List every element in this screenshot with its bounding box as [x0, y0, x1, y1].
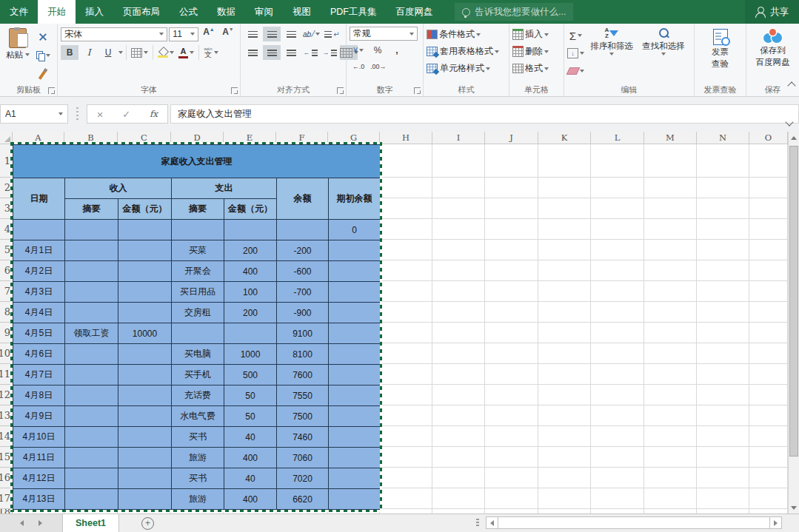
cell-E10[interactable]: 1000 [224, 344, 277, 365]
row-header-2[interactable]: 2 [0, 178, 13, 198]
insert-function-button[interactable]: fx [150, 109, 158, 119]
header-income-summary[interactable]: 摘要 [65, 199, 118, 220]
cell-D7[interactable]: 买日用品 [172, 282, 224, 303]
cell-G13[interactable] [329, 406, 381, 427]
horizontal-scrollbar[interactable] [486, 516, 782, 529]
header-initial-balance[interactable]: 期初余额 [329, 178, 381, 220]
cell-D11[interactable]: 买手机 [172, 365, 224, 385]
column-header-D[interactable]: D [171, 132, 224, 144]
formula-input[interactable]: 家庭收入支出管理 [170, 104, 799, 124]
next-sheet-button[interactable] [39, 520, 42, 526]
formula-bar-splitter[interactable] [76, 107, 78, 121]
ribbon-tab-插入[interactable]: 插入 [76, 0, 113, 24]
row-header-10[interactable]: 10 [0, 343, 13, 364]
cell-C7[interactable] [118, 282, 172, 303]
cell-F9[interactable]: 9100 [277, 323, 329, 344]
grow-font-button[interactable]: A▲ [200, 27, 218, 41]
cell-A10[interactable]: 4月6日 [13, 344, 65, 365]
column-header-A[interactable]: A [13, 132, 64, 144]
name-box[interactable]: A1 [0, 104, 68, 124]
align-bottom-button[interactable] [282, 27, 300, 41]
share-button[interactable]: 共享 [745, 0, 799, 24]
ribbon-tab-审阅[interactable]: 审阅 [245, 0, 283, 24]
cell-G16[interactable] [329, 468, 381, 489]
phonetic-guide-button[interactable]: wén文 [202, 45, 220, 60]
row-header-8[interactable]: 8 [0, 302, 13, 323]
sort-filter-button[interactable]: AZ 排序和筛选 [586, 26, 638, 78]
tell-me-box[interactable]: 告诉我您想要做什么... [455, 3, 574, 21]
cell-E8[interactable]: 200 [224, 303, 277, 323]
cell-F17[interactable]: 6620 [277, 489, 329, 510]
cell-E13[interactable]: 50 [224, 406, 277, 427]
cell-G12[interactable] [329, 385, 381, 406]
cell-C5[interactable] [118, 240, 172, 261]
underline-dropdown[interactable] [118, 51, 123, 54]
cell-G11[interactable] [329, 365, 381, 385]
cell-E17[interactable]: 400 [224, 489, 277, 510]
font-name-combo[interactable]: 宋体 [61, 27, 167, 41]
row-header-16[interactable]: 16 [0, 468, 13, 488]
cell-B15[interactable] [65, 448, 118, 468]
clear-button[interactable] [566, 64, 586, 78]
cell-D14[interactable]: 买书 [172, 427, 224, 448]
cell-B10[interactable] [65, 344, 118, 365]
cell-F16[interactable]: 7020 [277, 468, 329, 489]
cell-B6[interactable] [65, 261, 118, 282]
header-expense-amount[interactable]: 金额（元） [224, 199, 277, 220]
cell-A9[interactable]: 4月5日 [13, 323, 65, 344]
cell-A11[interactable]: 4月7日 [13, 365, 65, 385]
cell-E14[interactable]: 40 [224, 427, 277, 448]
ribbon-tab-公式[interactable]: 公式 [170, 0, 207, 24]
cell-F12[interactable]: 7550 [277, 385, 329, 406]
cell-G17[interactable] [329, 489, 381, 510]
cell-A5[interactable]: 4月1日 [13, 240, 65, 261]
insert-cells-button[interactable]: 插入 [525, 28, 543, 41]
cell-D8[interactable]: 交房租 [172, 303, 224, 323]
cell-E9[interactable] [224, 323, 277, 344]
header-expense-summary[interactable]: 摘要 [172, 199, 224, 220]
bold-button[interactable]: B [61, 45, 78, 60]
cell-B16[interactable] [65, 468, 118, 489]
column-header-C[interactable]: C [118, 132, 171, 144]
column-header-J[interactable]: J [485, 132, 538, 144]
cell-G7[interactable] [329, 282, 381, 303]
number-format-combo[interactable]: 常规 [350, 27, 418, 41]
cell-G4[interactable]: 0 [329, 220, 381, 240]
cell-F14[interactable]: 7460 [277, 427, 329, 448]
cell-F7[interactable]: -700 [277, 282, 329, 303]
row-header-11[interactable]: 11 [0, 364, 13, 385]
ribbon-tab-PDF工具集[interactable]: PDF工具集 [321, 0, 387, 24]
header-balance[interactable]: 余额 [277, 178, 329, 220]
sheet-cells[interactable]: 家庭收入支出管理日期收入支出余额期初余额摘要金额（元）摘要金额（元）04月1日买… [13, 144, 788, 514]
cell-G15[interactable] [329, 448, 381, 468]
cell-B12[interactable] [65, 385, 118, 406]
cell-B9[interactable]: 领取工资 [65, 323, 118, 344]
scroll-down-button[interactable] [789, 502, 799, 514]
cell-E6[interactable]: 400 [224, 261, 277, 282]
row-header-13[interactable]: 13 [0, 405, 13, 426]
underline-button[interactable]: U [99, 45, 117, 60]
cell-C11[interactable] [118, 365, 172, 385]
column-header-I[interactable]: I [432, 132, 485, 144]
new-sheet-button[interactable]: + [141, 517, 154, 530]
autosum-button[interactable]: Σ [566, 28, 586, 43]
decrease-decimal-button[interactable]: .00→ [369, 59, 388, 74]
shrink-font-button[interactable]: A▼ [219, 27, 237, 41]
comma-style-button[interactable]: , [388, 43, 406, 58]
scroll-right-button[interactable] [769, 516, 782, 529]
cell-D17[interactable]: 旅游 [172, 489, 224, 510]
column-header-M[interactable]: M [644, 132, 697, 144]
font-color-button[interactable]: A [177, 45, 195, 60]
cell-G5[interactable] [329, 240, 381, 261]
column-header-G[interactable]: G [328, 132, 380, 144]
row-header-9[interactable]: 9 [0, 323, 13, 343]
cut-button[interactable] [34, 30, 52, 44]
number-dialog-launcher[interactable] [414, 87, 421, 94]
cell-G9[interactable] [329, 323, 381, 344]
cancel-button[interactable]: × [97, 108, 104, 121]
cell-A15[interactable]: 4月11日 [13, 448, 65, 468]
cell-D5[interactable]: 买菜 [172, 240, 224, 261]
vertical-scroll-thumb[interactable] [789, 146, 798, 457]
column-header-K[interactable]: K [538, 132, 591, 144]
clipboard-dialog-launcher[interactable] [48, 87, 55, 94]
